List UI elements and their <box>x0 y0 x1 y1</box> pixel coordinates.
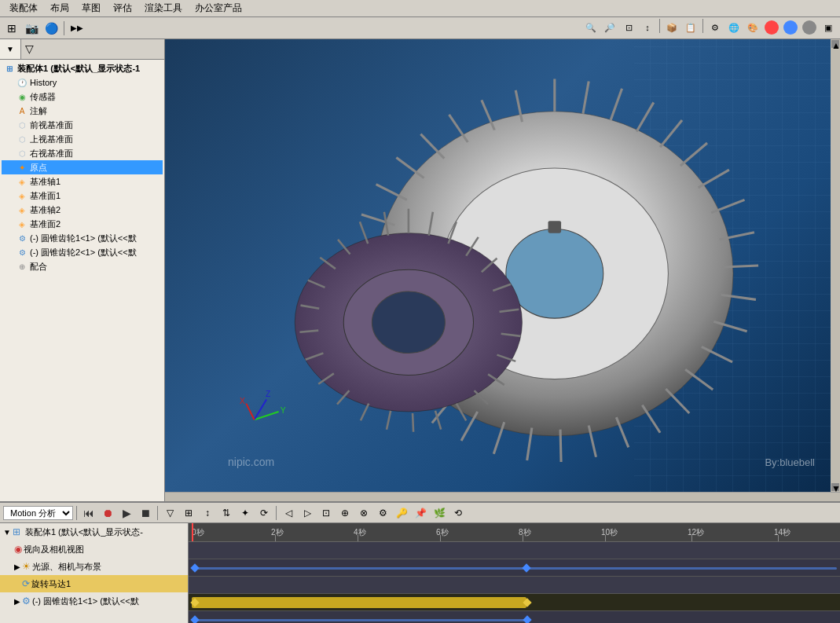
timeline-tool-9[interactable]: 🌿 <box>431 504 448 522</box>
motion-mode-select[interactable]: Motion 分析 <box>3 506 73 520</box>
view-btn-1[interactable]: 🔍 <box>582 19 600 36</box>
tree-item-axis1[interactable]: ◈ 基准轴1 <box>2 174 163 189</box>
menu-item-assembly[interactable]: 装配体 <box>3 0 44 16</box>
menu-item-layout[interactable]: 布局 <box>44 0 75 16</box>
timeline-tool-4[interactable]: ⊕ <box>336 504 354 522</box>
tree-item-plane1[interactable]: ◈ 基准面1 <box>2 189 163 203</box>
timeline-tool-10[interactable]: ⟲ <box>449 504 467 522</box>
tree-item-sensor[interactable]: ◉ 传感器 <box>2 90 163 104</box>
sep-3 <box>702 19 703 33</box>
gear-svg: // This won't run in SVG - using inline … <box>165 39 831 492</box>
toolbar-btn-3[interactable]: 🔵 <box>42 20 60 37</box>
tree-item-annotation[interactable]: A 注解 <box>2 104 163 118</box>
render-btn-5[interactable] <box>782 19 799 36</box>
tree-item-plane2[interactable]: ◈ 基准面2 <box>2 217 163 231</box>
tick-12 <box>691 535 692 541</box>
keyframe-camera-start[interactable] <box>190 563 199 572</box>
play-btn[interactable]: ⏮ <box>80 504 97 522</box>
menu-item-sketch[interactable]: 草图 <box>75 0 107 16</box>
right-toolbar: 🔍 🔎 ⊡ ↕ 📦 📋 ⚙ 🌐 🎨 ▣ <box>582 19 837 36</box>
filter-btn-4[interactable]: ⇅ <box>218 504 235 522</box>
tree-item-right-plane[interactable]: ⬡ 右视基准面 <box>2 146 163 160</box>
timeline-tool-7[interactable]: 🔑 <box>393 504 410 522</box>
3d-viewport[interactable]: // This won't run in SVG - using inline … <box>165 39 831 492</box>
tree-item-root[interactable]: ⊞ 装配体1 (默认<默认_显示状态-1 <box>2 61 163 75</box>
timeline-tool-1[interactable]: ◁ <box>280 504 297 522</box>
keyframe-camera-end[interactable] <box>522 563 530 572</box>
timeline-tool-2[interactable]: ▷ <box>299 504 316 522</box>
tl-item-root[interactable]: ▼ ⊞ 装配体1 (默认<默认_显示状态- <box>0 523 188 541</box>
sensor-icon: ◉ <box>16 90 28 103</box>
time-12: 12秒 <box>688 527 704 538</box>
view-btn-4[interactable]: ↕ <box>639 19 656 36</box>
svg-line-58 <box>361 404 369 421</box>
mate-icon: ⊕ <box>16 260 28 273</box>
filter-btn[interactable]: ▽ <box>23 42 37 56</box>
render-btn-1[interactable]: ⚙ <box>706 19 724 36</box>
viewport-scrollbar-right[interactable]: ▲ ▼ <box>831 39 840 492</box>
record-btn[interactable]: ⏺ <box>99 504 116 522</box>
track-root <box>189 542 840 559</box>
tick-2 <box>275 535 276 541</box>
timeline-tool-5[interactable]: ⊗ <box>355 504 372 522</box>
svg-line-7 <box>636 102 654 131</box>
view-btn-6[interactable]: 📋 <box>682 19 699 36</box>
render-btn-7[interactable]: ▣ <box>820 19 837 36</box>
tl-item-camera[interactable]: ◉ 视向及相机视图 <box>0 541 188 558</box>
keyframe-gear-end[interactable] <box>523 615 531 623</box>
tree-item-plane2-label: 基准面2 <box>30 218 61 230</box>
time-ruler: 0秒 2秒 4秒 6秒 8秒 10秒 12秒 14秒 <box>189 523 840 542</box>
view-btn-5[interactable]: 📦 <box>663 19 680 36</box>
time-cursor[interactable] <box>192 523 193 541</box>
tl-expand-gear[interactable]: ▶ <box>14 597 20 606</box>
filter-btn-5[interactable]: ✦ <box>237 504 254 522</box>
tree-item-history[interactable]: 🕐 History <box>2 75 163 90</box>
render-btn-4[interactable] <box>763 19 780 36</box>
tree-item-mate[interactable]: ⊕ 配合 <box>2 259 163 273</box>
tl-item-motor[interactable]: ⟳ 旋转马达1 <box>0 575 188 592</box>
toolbar-btn-2[interactable]: 📷 <box>23 20 40 37</box>
tl-item-lights[interactable]: ▶ ☀ 光源、相机与布景 <box>0 558 188 575</box>
keyframe-gear-start[interactable] <box>190 615 199 623</box>
stop-btn[interactable]: ⏹ <box>137 504 154 522</box>
tree-item-right-plane-label: 右视基准面 <box>30 148 73 159</box>
timeline-tool-8[interactable]: 📌 <box>412 504 429 522</box>
menu-bar: 装配体 布局 草图 评估 渲染工具 办公室产品 <box>0 0 840 17</box>
time-8: 8秒 <box>519 527 531 538</box>
tl-expand-root[interactable]: ▼ <box>3 528 11 537</box>
filter-btn-6[interactable]: ⟳ <box>255 504 273 522</box>
filter-btn-2[interactable]: ⊞ <box>180 504 197 522</box>
render-btn-6[interactable] <box>801 19 818 36</box>
gear-track-bar <box>192 619 526 621</box>
expand-btn[interactable]: ▶▶ <box>68 20 86 37</box>
viewport-scrollbar-bottom[interactable] <box>165 492 840 501</box>
menu-item-office[interactable]: 办公室产品 <box>189 0 248 16</box>
tree-item-axis2[interactable]: ◈ 基准轴2 <box>2 203 163 217</box>
camera-track-bar <box>192 567 837 570</box>
view-btn-3[interactable]: ⊡ <box>620 19 637 36</box>
menu-item-render[interactable]: 渲染工具 <box>138 0 189 16</box>
svg-text:Y: Y <box>281 406 286 415</box>
view-btn-2[interactable]: 🔎 <box>601 19 618 36</box>
toolbar-btn-1[interactable]: ⊞ <box>3 20 20 37</box>
tl-motor-label: 旋转马达1 <box>31 578 71 590</box>
timeline-tool-6[interactable]: ⚙ <box>374 504 391 522</box>
tree-item-top-plane[interactable]: ⬡ 上视基准面 <box>2 132 163 146</box>
menu-item-evaluate[interactable]: 评估 <box>107 0 138 16</box>
tl-expand-lights[interactable]: ▶ <box>14 563 20 571</box>
filter-btn-3[interactable]: ↕ <box>199 504 216 522</box>
scrollbar-up-arrow[interactable]: ▲ <box>831 40 839 48</box>
play-forward-btn[interactable]: ▶ <box>118 504 135 522</box>
render-btn-2[interactable]: 🌐 <box>725 19 743 36</box>
filter-btn-1[interactable]: ▽ <box>161 504 178 522</box>
timeline-tool-3[interactable]: ⊡ <box>317 504 335 522</box>
panel-tab-tree[interactable]: ▼ <box>0 39 21 59</box>
scrollbar-down-arrow[interactable]: ▼ <box>831 483 839 491</box>
render-btn-3[interactable]: 🎨 <box>744 19 761 36</box>
tree-item-gear1[interactable]: ⚙ (-) 圆锥齿轮1<1> (默认<<默 <box>2 231 163 245</box>
tree-item-origin[interactable]: ✦ 原点 <box>2 160 163 174</box>
axis1-icon: ◈ <box>16 175 28 188</box>
tree-item-front-plane[interactable]: ⬡ 前视基准面 <box>2 118 163 132</box>
tree-item-gear2[interactable]: ⚙ (-) 圆锥齿轮2<1> (默认<<默 <box>2 245 163 259</box>
tl-item-gear[interactable]: ▶ ⚙ (-) 圆锥齿轮1<1> (默认<<默 <box>0 592 188 610</box>
